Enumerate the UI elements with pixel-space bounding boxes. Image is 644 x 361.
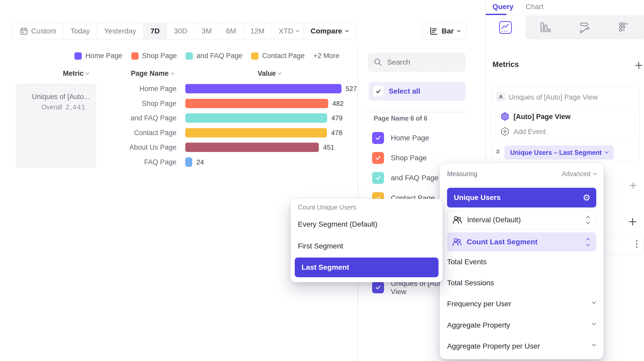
compare-button[interactable]: Compare — [303, 23, 356, 39]
check-icon — [375, 88, 382, 95]
menu-item-aggregate-property[interactable]: Aggregate Property — [447, 321, 510, 329]
tab-funnels[interactable] — [539, 21, 551, 35]
column-header-value[interactable]: Value — [249, 70, 290, 78]
select-all-checkbox[interactable] — [373, 86, 384, 97]
chevron-down-icon — [592, 322, 596, 325]
legend-swatch — [251, 52, 258, 60]
segment-row-uniques-metric[interactable]: Uniques of [Auto View — [372, 281, 444, 296]
menu-item-total-sessions[interactable]: Total Sessions — [447, 279, 494, 287]
bar[interactable] — [185, 128, 327, 137]
legend-item[interactable]: Home Page — [74, 52, 122, 60]
bar[interactable] — [185, 99, 328, 108]
checkbox-checked[interactable] — [372, 172, 384, 184]
bar[interactable] — [185, 143, 319, 152]
stepper-icon[interactable] — [587, 217, 589, 224]
divider — [363, 112, 466, 112]
select-all-row[interactable]: Select all — [369, 82, 466, 101]
calendar-icon — [20, 27, 28, 35]
menu-item-aggregate-property-per-user[interactable]: Aggregate Property per User — [447, 342, 540, 350]
gear-icon[interactable]: ⚙ — [583, 192, 591, 203]
bar-value: 451 — [323, 143, 334, 152]
select-all-label: Select all — [389, 87, 420, 95]
column-header-metric[interactable]: Metric — [54, 70, 98, 78]
search-icon — [374, 58, 382, 67]
event-name[interactable]: [Auto] Page View — [513, 113, 571, 121]
check-icon — [374, 134, 382, 142]
bar[interactable] — [185, 84, 341, 93]
option-every-segment[interactable]: Every Segment (Default) — [298, 220, 378, 228]
chevron-down-icon — [605, 150, 608, 154]
menu-item-frequency-per-user[interactable]: Frequency per User — [447, 300, 511, 308]
range-30d[interactable]: 30D — [167, 23, 194, 39]
option-first-segment[interactable]: First Segment — [298, 242, 343, 250]
tab-chart[interactable]: Chart — [526, 3, 543, 11]
add-breakdown-button[interactable] — [628, 218, 637, 227]
measurement-pill[interactable]: Unique Users – Last Segment — [504, 145, 614, 159]
stepper-icon[interactable] — [587, 239, 590, 246]
checkbox-checked[interactable] — [372, 132, 384, 144]
segment-section-label: Page Name 6 of 6 — [374, 115, 427, 122]
metric-summary-box[interactable]: Uniques of [Auto... Overall 2,441 — [16, 84, 96, 168]
segment-row-home-page[interactable]: Home Page — [372, 132, 429, 144]
add-filter-button[interactable] — [629, 182, 637, 190]
range-6m[interactable]: 6M — [219, 23, 243, 39]
chevron-down-icon — [86, 71, 89, 74]
bar[interactable] — [185, 113, 327, 123]
metrics-heading: Metrics — [492, 60, 519, 69]
bar[interactable] — [185, 157, 192, 167]
count-unique-users-popup: Count Unique Users Every Segment (Defaul… — [291, 199, 443, 282]
range-12m[interactable]: 12M — [243, 23, 271, 39]
metric-card-title: Uniques of [Auto] Page View — [509, 93, 598, 101]
checkbox-checked[interactable] — [372, 281, 384, 293]
count-popup-title: Count Unique Users — [298, 204, 356, 211]
checkbox-checked[interactable] — [372, 152, 384, 164]
advanced-toggle[interactable]: Advanced — [562, 170, 596, 178]
option-last-segment-selected[interactable]: Last Segment — [295, 258, 439, 277]
tab-retention[interactable] — [618, 21, 631, 35]
range-today[interactable]: Today — [63, 23, 97, 39]
range-3m[interactable]: 3M — [194, 23, 219, 39]
bar-value: 527 — [346, 84, 357, 93]
option-unique-users-selected[interactable]: Unique Users ⚙ — [447, 188, 596, 207]
add-metric-button[interactable] — [635, 61, 643, 70]
option-count-last-segment[interactable]: Count Last Segment — [447, 232, 596, 252]
bar-row: About Us Page 451 — [0, 143, 358, 152]
tab-query[interactable]: Query — [492, 3, 513, 11]
bar-label: Contact Page — [88, 128, 176, 137]
bar-row: Home Page 527 — [0, 84, 358, 93]
chevron-down-icon — [593, 171, 597, 175]
legend-item[interactable]: and FAQ Page — [186, 52, 242, 60]
overflow-menu-icon[interactable] — [636, 240, 638, 248]
bar-row: Shop Page 482 — [0, 99, 358, 108]
option-interval-default[interactable]: Interval (Default) — [447, 211, 596, 229]
range-7d[interactable]: 7D — [143, 23, 167, 39]
metric-badge: A — [496, 92, 505, 101]
divider — [605, 16, 605, 39]
segment-row-and-faq-page[interactable]: and FAQ Page — [372, 172, 439, 184]
plus-icon — [628, 218, 637, 226]
menu-item-total-events[interactable]: Total Events — [447, 258, 487, 266]
chart-legend: Home Page Shop Page and FAQ Page Contact… — [74, 52, 339, 60]
add-event-button[interactable]: Add Event — [513, 128, 546, 136]
legend-item[interactable]: Contact Page — [251, 52, 305, 60]
legend-item[interactable]: Shop Page — [131, 52, 177, 60]
range-yesterday[interactable]: Yesterday — [97, 23, 143, 39]
tab-flows[interactable] — [578, 21, 591, 35]
bar-row: FAQ Page 24 — [0, 157, 358, 167]
bar-row: and FAQ Page 479 — [0, 113, 358, 123]
range-xtd[interactable]: XTD — [271, 23, 306, 39]
chevron-down-icon — [171, 71, 174, 74]
chart-type-button[interactable]: Bar — [422, 23, 467, 39]
bar-chart-icon — [429, 26, 438, 36]
search-input[interactable] — [387, 58, 458, 67]
tab-insights-active[interactable] — [499, 21, 512, 35]
chevron-down-icon — [592, 343, 596, 346]
segment-row-shop-page[interactable]: Shop Page — [372, 152, 427, 164]
flows-icon — [578, 21, 591, 34]
date-range-control: Custom Today Yesterday 7D 30D 3M 6M 12M … — [12, 23, 306, 39]
column-header-page-name[interactable]: Page Name — [125, 70, 180, 78]
chevron-down-icon — [457, 29, 461, 32]
legend-more[interactable]: +2 More — [313, 52, 339, 60]
divider — [565, 16, 565, 39]
range-custom[interactable]: Custom — [13, 23, 63, 39]
